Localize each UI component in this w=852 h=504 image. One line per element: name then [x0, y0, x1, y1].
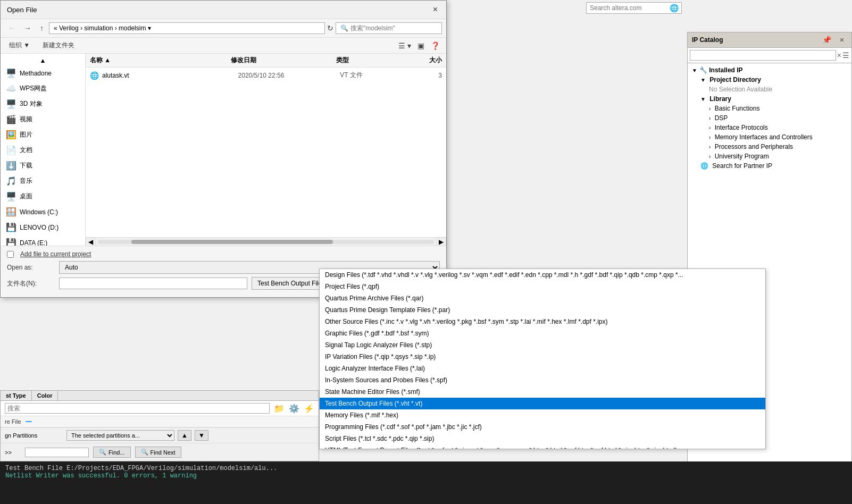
- file-item-alutask[interactable]: 🌐 alutask.vt 2020/5/10 22:56 VT 文件 3: [86, 69, 446, 82]
- video-icon: 🎬: [6, 114, 16, 124]
- sidebar-item-windows-c[interactable]: 🪟 Windows (C:): [1, 204, 85, 220]
- hscroll-right-btn[interactable]: ▶: [436, 238, 446, 246]
- sidebar-item-wps[interactable]: ☁️ WPS网盘: [1, 81, 85, 96]
- col-date[interactable]: 修改日期: [231, 56, 337, 65]
- file-list-header: 名称 ▲ 修改日期 类型 大小: [86, 54, 446, 68]
- tree-search-partner[interactable]: 🌐 Search for Partner IP: [688, 161, 851, 171]
- partition-up-btn[interactable]: ▲: [178, 430, 191, 441]
- partition-select[interactable]: The selected partitions a...: [66, 430, 174, 441]
- filetype-item-template[interactable]: Quartus Prime Design Template Files (*.p…: [320, 304, 765, 316]
- col-header-color: Color: [32, 391, 59, 400]
- tree-interface-protocols[interactable]: › Interface Protocols: [688, 123, 851, 132]
- sidebar-item-documents[interactable]: 📄 文档: [1, 142, 85, 158]
- filetype-item-signal-tap[interactable]: Signal Tap Logic Analyzer Files (*.stp): [320, 339, 765, 351]
- breadcrumb-dropdown-btn[interactable]: ▾: [148, 24, 151, 32]
- search-input[interactable]: [350, 24, 437, 32]
- pane-icon-btn[interactable]: ▣: [415, 40, 427, 51]
- find-text-input[interactable]: [25, 448, 89, 457]
- up-btn[interactable]: ↑: [37, 23, 47, 33]
- sidebar-item-desktop[interactable]: 🖥️ 桌面: [1, 189, 85, 204]
- filetype-item-html-report[interactable]: HTML/Text-Format Report Files (*.rpt *.c…: [320, 444, 765, 449]
- search-lightning-btn[interactable]: ⚡: [304, 404, 314, 414]
- sidebar-nav: ▲ 🖥️ Methadone ☁️ WPS网盘 🖥️ 3D 对象 🎬 视频 🖼️…: [1, 54, 86, 246]
- filename-label: 文件名(N):: [7, 279, 55, 288]
- tree-library[interactable]: ▼ Library: [688, 94, 851, 104]
- filetype-item-in-system[interactable]: In-System Sources and Probes Files (*.sp…: [320, 374, 765, 386]
- sidebar-item-pictures[interactable]: 🖼️ 图片: [1, 127, 85, 142]
- filetype-item-programming[interactable]: Programming Files (*.cdf *.sof *.pof *.j…: [320, 421, 765, 433]
- hscroll-thumb: [131, 240, 333, 244]
- filetype-item-graphic[interactable]: Graphic Files (*.gdf *.bdf *.bsf *.sym): [320, 327, 765, 339]
- dialog-close-btn[interactable]: ×: [431, 5, 440, 14]
- ip-search-menu-btn[interactable]: ☰: [842, 51, 849, 60]
- status-line2: Netlist Writer was successful. 0 errors,…: [5, 472, 847, 480]
- ip-catalog-header: IP Catalog 📌 ×: [688, 32, 851, 48]
- find-next-btn-label: Find Next: [151, 449, 176, 456]
- search-circle-btn[interactable]: ⚙️: [289, 404, 299, 414]
- filetype-item-state-machine[interactable]: State Machine Editor Files (*.smf): [320, 386, 765, 398]
- filetype-item-memory[interactable]: Memory Files (*.mif *.hex): [320, 409, 765, 421]
- refile-row: re File: [1, 416, 319, 427]
- sidebar-item-music[interactable]: 🎵 音乐: [1, 173, 85, 189]
- find-btn-label: Find...: [108, 449, 125, 456]
- hscroll-track[interactable]: [98, 240, 434, 244]
- find-button[interactable]: 🔍 Find...: [93, 447, 131, 458]
- add-project-checkbox[interactable]: [7, 251, 14, 258]
- ip-catalog-search-input[interactable]: [690, 50, 836, 61]
- sidebar-item-downloads[interactable]: ⬇️ 下载: [1, 158, 85, 173]
- filetype-item-logic-analyzer[interactable]: Logic Analyzer Interface Files (*.lai): [320, 363, 765, 374]
- sidebar-label-windows-c: Windows (C:): [20, 208, 58, 216]
- col-type[interactable]: 类型: [336, 56, 406, 65]
- sidebar-item-video[interactable]: 🎬 视频: [1, 112, 85, 127]
- filename-input[interactable]: [59, 278, 247, 289]
- ip-catalog-header-icons: 📌 ×: [819, 35, 847, 45]
- hscroll-left-btn[interactable]: ◀: [86, 238, 96, 246]
- sidebar-item-lenovo-d[interactable]: 💾 LENOVO (D:): [1, 220, 85, 235]
- sidebar-label-video: 视频: [20, 115, 32, 124]
- tree-installed-ip[interactable]: ▼🔧 Installed IP: [688, 65, 851, 75]
- tree-university-program[interactable]: › University Program: [688, 152, 851, 161]
- altera-search-input[interactable]: [590, 4, 670, 12]
- filetype-item-testbench[interactable]: Test Bench Output Files (*.vht *.vt): [320, 398, 765, 409]
- back-btn[interactable]: ←: [5, 23, 19, 33]
- desktop-icon: 🖥️: [6, 191, 16, 201]
- sidebar-label-wps: WPS网盘: [20, 84, 47, 93]
- filetype-item-project[interactable]: Project Files (*.qpf): [320, 281, 765, 292]
- tree-memory-interfaces[interactable]: › Memory Interfaces and Controllers: [688, 132, 851, 142]
- status-bar: Test Bench File E:/Projects/EDA_FPGA/Ver…: [0, 461, 852, 504]
- sidebar-item-3d[interactable]: 🖥️ 3D 对象: [1, 96, 85, 112]
- add-project-label[interactable]: Add file to current project: [20, 250, 91, 258]
- search-folder-btn[interactable]: 📁: [274, 404, 285, 414]
- file-type-alutask: VT 文件: [340, 71, 408, 80]
- sidebar-label-documents: 文档: [20, 146, 32, 155]
- col-size[interactable]: 大小: [407, 56, 442, 65]
- tree-project-directory[interactable]: ▼ Project Directory: [688, 75, 851, 85]
- filetype-item-other-source[interactable]: Other Source Files (*.inc *.v *.vlg *.vh…: [320, 316, 765, 327]
- sidebar-item-data-e[interactable]: 💾 DATA (E:): [1, 235, 85, 246]
- ip-catalog-pin-btn[interactable]: 📌: [819, 35, 834, 45]
- help-icon-btn[interactable]: ❓: [429, 40, 442, 51]
- refresh-btn[interactable]: ↻: [327, 24, 333, 32]
- tree-basic-functions[interactable]: › Basic Functions: [688, 104, 851, 113]
- sidebar-scroll-up[interactable]: ▲: [1, 56, 85, 65]
- forward-btn[interactable]: →: [21, 23, 35, 33]
- ip-search-clear-btn[interactable]: ×: [837, 51, 841, 60]
- sidebar-item-methadone[interactable]: 🖥️ Methadone: [1, 65, 85, 81]
- col-name[interactable]: 名称 ▲: [90, 56, 231, 65]
- filetype-item-archive[interactable]: Quartus Prime Archive Files (*.qar): [320, 292, 765, 304]
- filetype-item-design[interactable]: Design Files (*.tdf *.vhd *.vhdl *.v *.v…: [320, 269, 765, 281]
- ip-catalog-close-btn[interactable]: ×: [837, 35, 847, 45]
- organize-btn[interactable]: 组织 ▼: [5, 40, 34, 51]
- tree-processors[interactable]: › Processors and Peripherals: [688, 142, 851, 152]
- find-next-button[interactable]: 🔍 Find Next: [135, 447, 181, 458]
- partition-down-btn[interactable]: ▼: [195, 430, 208, 441]
- file-icon-alutask: 🌐: [90, 71, 99, 80]
- tree-dsp[interactable]: › DSP: [688, 113, 851, 123]
- view-icon-btn[interactable]: ☰ ▾: [396, 40, 413, 51]
- filetype-item-script[interactable]: Script Files (*.tcl *.sdc *.pdc *.qip *.…: [320, 433, 765, 444]
- new-folder-btn[interactable]: 新建文件夹: [38, 40, 79, 51]
- horizontal-scrollbar[interactable]: ◀ ▶: [86, 237, 446, 246]
- search-text-input[interactable]: [5, 403, 270, 414]
- ip-catalog-search-bar: × ☰: [688, 48, 851, 63]
- filetype-item-ip-variation[interactable]: IP Variation Files (*.qip *.qsys *.sip *…: [320, 351, 765, 363]
